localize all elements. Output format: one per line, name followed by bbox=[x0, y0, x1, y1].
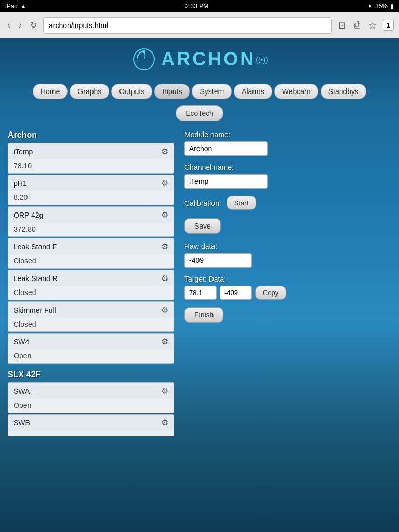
main-nav: Home Graphs Outputs Inputs System Alarms… bbox=[0, 79, 399, 103]
gear-icon-leak-r[interactable]: ⚙ bbox=[161, 273, 168, 283]
main-layout: Archon iTemp ⚙ 78.10 pH1 ⚙ 8.20 bbox=[0, 126, 399, 448]
gear-icon-orp[interactable]: ⚙ bbox=[161, 210, 168, 220]
left-panel: Archon iTemp ⚙ 78.10 pH1 ⚙ 8.20 bbox=[8, 126, 174, 437]
data-value-input[interactable] bbox=[220, 286, 252, 300]
slx-module-title: SLX 42F bbox=[8, 365, 174, 382]
nav-webcam[interactable]: Webcam bbox=[274, 84, 318, 99]
nav-graphs[interactable]: Graphs bbox=[70, 84, 109, 99]
bluetooth-icon: ✦ bbox=[367, 3, 373, 10]
gear-icon-itemp[interactable]: ⚙ bbox=[161, 147, 168, 156]
address-bar[interactable] bbox=[43, 17, 332, 34]
copy-button[interactable]: Copy bbox=[255, 286, 286, 300]
back-button[interactable]: ‹ bbox=[5, 18, 12, 33]
input-name-leak-f: Leak Stand F bbox=[14, 243, 57, 251]
nav-home[interactable]: Home bbox=[33, 84, 68, 99]
gear-icon-swb[interactable]: ⚙ bbox=[161, 418, 168, 428]
nav-outputs[interactable]: Outputs bbox=[111, 84, 152, 99]
nav-standbys[interactable]: Standbys bbox=[321, 84, 366, 99]
input-value-ph1: 8.20 bbox=[8, 191, 174, 205]
input-name-swa: SWA bbox=[14, 387, 30, 395]
input-name-leak-r: Leak Stand R bbox=[14, 274, 58, 283]
list-item: SWB ⚙ bbox=[8, 414, 174, 436]
calibration-label: Calibration: bbox=[184, 199, 221, 207]
input-value-itemp: 78.10 bbox=[8, 159, 174, 173]
archon-logo-icon bbox=[131, 46, 157, 72]
list-item: ORP 42g ⚙ 372.80 bbox=[8, 206, 174, 237]
input-name-skimmer: Skimmer Full bbox=[14, 306, 56, 314]
nav-ecotech[interactable]: EcoTech bbox=[176, 105, 223, 121]
gear-icon-ph1[interactable]: ⚙ bbox=[161, 178, 168, 188]
time-display: 2:33 PM bbox=[185, 3, 209, 10]
gear-icon-leak-f[interactable]: ⚙ bbox=[161, 242, 168, 251]
wifi-icon: ▲ bbox=[20, 3, 26, 10]
logo-wifi-symbol: ((•)) bbox=[256, 56, 268, 64]
share-icon[interactable]: ⎙ bbox=[352, 18, 362, 33]
target-data-label: Target: Data: bbox=[184, 275, 391, 283]
input-value-sw4: Open bbox=[8, 350, 174, 363]
list-item: Leak Stand R ⚙ Closed bbox=[8, 270, 174, 300]
input-value-leak-r: Closed bbox=[8, 286, 174, 300]
forward-button[interactable]: › bbox=[17, 18, 24, 33]
battery-icon: ▮ bbox=[390, 3, 394, 10]
logo-area: ARCHON((•)) bbox=[0, 38, 399, 79]
bookmark-icon[interactable]: ☆ bbox=[366, 18, 379, 33]
input-value-swb bbox=[8, 431, 174, 436]
input-value-leak-f: Closed bbox=[8, 255, 174, 268]
input-name-orp: ORP 42g bbox=[14, 211, 43, 219]
list-item: pH1 ⚙ 8.20 bbox=[8, 175, 174, 205]
channel-name-label: Channel name: bbox=[184, 163, 391, 171]
list-item: Leak Stand F ⚙ Closed bbox=[8, 238, 174, 269]
input-value-skimmer: Closed bbox=[8, 318, 174, 331]
page-content: ARCHON((•)) Home Graphs Outputs Inputs S… bbox=[0, 38, 399, 448]
refresh-button[interactable]: ↻ bbox=[28, 18, 39, 32]
logo-text: ARCHON bbox=[161, 48, 256, 70]
sub-nav: EcoTech bbox=[0, 103, 399, 126]
input-name-swb: SWB bbox=[14, 419, 30, 427]
battery-label: 35% bbox=[375, 3, 388, 10]
calibration-row: Calibration: Start bbox=[184, 196, 391, 210]
input-name-ph1: pH1 bbox=[14, 179, 27, 188]
archon-module-title: Archon bbox=[8, 126, 174, 143]
start-button[interactable]: Start bbox=[227, 196, 256, 210]
nav-system[interactable]: System bbox=[192, 84, 232, 99]
input-value-orp: 372.80 bbox=[8, 223, 174, 236]
nav-alarms[interactable]: Alarms bbox=[234, 84, 272, 99]
raw-data-input[interactable] bbox=[184, 253, 252, 268]
screen-icon[interactable]: ⊡ bbox=[336, 18, 348, 33]
module-name-label: Module name: bbox=[184, 130, 391, 139]
list-item: SWA ⚙ Open bbox=[8, 382, 174, 413]
status-bar: iPad ▲ 2:33 PM ✦ 35% ▮ bbox=[0, 0, 399, 12]
input-value-swa: Open bbox=[8, 399, 174, 413]
target-value-input[interactable] bbox=[184, 286, 217, 300]
tab-count[interactable]: 1 bbox=[383, 20, 394, 31]
list-item: Skimmer Full ⚙ Closed bbox=[8, 301, 174, 332]
right-panel: Module name: Channel name: Calibration: … bbox=[174, 126, 391, 437]
input-name-sw4: SW4 bbox=[14, 338, 29, 346]
nav-inputs[interactable]: Inputs bbox=[154, 84, 190, 99]
target-data-row: Copy bbox=[184, 286, 391, 300]
channel-name-input[interactable] bbox=[184, 174, 268, 189]
gear-icon-sw4[interactable]: ⚙ bbox=[161, 337, 168, 347]
carrier-label: iPad bbox=[5, 3, 18, 10]
gear-icon-swa[interactable]: ⚙ bbox=[161, 386, 168, 396]
module-name-input[interactable] bbox=[184, 141, 268, 156]
save-button[interactable]: Save bbox=[184, 218, 221, 234]
finish-button[interactable]: Finish bbox=[184, 307, 223, 323]
raw-data-label: Raw data: bbox=[184, 242, 391, 250]
browser-chrome: ‹ › ↻ ⊡ ⎙ ☆ 1 bbox=[0, 12, 399, 38]
input-name-itemp: iTemp bbox=[14, 148, 33, 156]
gear-icon-skimmer[interactable]: ⚙ bbox=[161, 305, 168, 315]
list-item: iTemp ⚙ 78.10 bbox=[8, 143, 174, 174]
list-item: SW4 ⚙ Open bbox=[8, 333, 174, 364]
